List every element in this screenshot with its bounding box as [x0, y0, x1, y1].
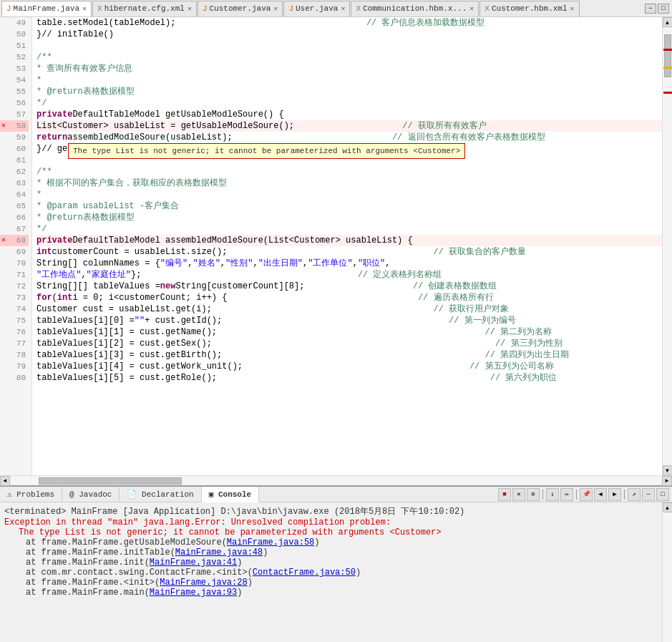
prev-button[interactable]: ◀: [594, 488, 607, 501]
stack-link-4[interactable]: ContactFrame.java:50: [253, 568, 356, 578]
close-icon[interactable]: ✕: [273, 4, 278, 13]
java-icon: J: [203, 4, 208, 13]
h-scroll-track[interactable]: [10, 476, 662, 485]
gutter-68: ✕ 68: [0, 235, 29, 246]
h-scroll-right-button[interactable]: ►: [662, 476, 672, 486]
tab-label: Communication.hbm.x...: [363, 4, 467, 13]
tab-mainframe[interactable]: J MainFrame.java ✕: [1, 1, 92, 16]
gutter-59: 59: [0, 132, 29, 143]
code-line-80: tableValues[i][5] = cust.getRole(); // 第…: [36, 372, 662, 384]
remove-button[interactable]: ✕: [512, 488, 525, 501]
code-line-79: tableValues[i][4] = cust.getWork_unit();…: [36, 361, 662, 372]
tab-label: MainFrame.java: [14, 4, 79, 13]
gutter-63: 63: [0, 177, 29, 189]
pin-button[interactable]: 📌: [580, 488, 593, 501]
console-toolbar: ■ ✕ ⊘ ⇓ ⇔ 📌 ◀ ▶ ↗ − □: [495, 488, 672, 501]
h-scroll-thumb[interactable]: [39, 477, 182, 485]
tab-label: User.java: [296, 4, 338, 13]
h-scroll-left-button[interactable]: ◄: [0, 476, 10, 486]
code-line-55: * @return表格数据模型: [36, 86, 662, 97]
gutter-77: 77: [0, 338, 29, 349]
java-icon: J: [288, 4, 293, 13]
next-button[interactable]: ▶: [608, 488, 621, 501]
tab-javadoc[interactable]: @ Javadoc: [62, 487, 120, 502]
code-line-54: *: [36, 74, 662, 86]
tab-user[interactable]: J User.java ✕: [283, 1, 350, 16]
word-wrap-button[interactable]: ⇔: [560, 488, 573, 501]
line-numbers: 49 50 51 52 53 54 55 56 57 ✕ 58 59 60 61…: [0, 17, 32, 475]
gutter-56: 56: [0, 97, 29, 109]
stack-link-6[interactable]: MainFrame.java:93: [150, 588, 237, 598]
tab-javadoc-label: Javadoc: [79, 490, 112, 499]
gutter-78: 78: [0, 349, 29, 361]
console-scroll-up[interactable]: ▲: [663, 502, 673, 512]
code-line-74: Customer cust = usableList.get(i); // 获取…: [36, 303, 662, 315]
open-button[interactable]: ↗: [628, 488, 641, 501]
stack-link-3[interactable]: MainFrame.java:41: [150, 558, 237, 568]
maximize-button[interactable]: □: [658, 4, 669, 14]
xml-icon: X: [356, 4, 361, 13]
stack-line-2: at frame.MainFrame.initTable(MainFrame.j…: [4, 548, 658, 558]
javadoc-icon: @: [69, 490, 79, 499]
separator: [624, 490, 625, 500]
close-icon[interactable]: ✕: [188, 4, 192, 13]
scroll-down-button[interactable]: ▼: [663, 465, 673, 475]
code-line-71: "工作地点", "家庭住址" }; // 定义表格列名称组: [36, 269, 662, 281]
code-line-62: /**: [36, 166, 662, 177]
gutter-53: 53: [0, 63, 29, 74]
code-line-78: tableValues[i][3] = cust.getBirth(); // …: [36, 349, 662, 361]
code-line-52: /**: [36, 52, 662, 63]
gutter-54: 54: [0, 74, 29, 86]
console-vertical-scrollbar[interactable]: ▲ ▼: [662, 502, 672, 642]
error-icon-58: ✕: [1, 120, 6, 132]
gutter-72: 72: [0, 281, 29, 292]
maximize-panel-button[interactable]: □: [656, 488, 669, 501]
stack-line-5: at frame.MainFrame.<init>(MainFrame.java…: [4, 578, 658, 588]
tab-hibernate[interactable]: X hibernate.cfg.xml ✕: [92, 1, 197, 16]
tab-console-label: Console: [218, 490, 251, 499]
gutter-50: 50: [0, 29, 29, 40]
close-icon[interactable]: ✕: [82, 4, 87, 13]
scroll-track[interactable]: [663, 27, 672, 465]
code-area[interactable]: The type List is not generic; it cannot …: [32, 17, 662, 475]
horizontal-scrollbar[interactable]: ◄ ►: [0, 475, 672, 485]
tab-label: hibernate.cfg.xml: [104, 4, 185, 13]
console-scroll-track[interactable]: [663, 512, 672, 642]
tab-customer[interactable]: J Customer.java ✕: [198, 1, 283, 16]
scroll-up-button[interactable]: ▲: [663, 17, 673, 27]
code-line-68: private DefaultTableModel assembledModle…: [36, 235, 662, 246]
clear-button[interactable]: ⊘: [527, 488, 540, 501]
gutter-71: 71: [0, 269, 29, 281]
code-line-56: */: [36, 97, 662, 109]
tab-problems[interactable]: ⚠ Problems: [0, 487, 62, 502]
code-line-59: return assembledModleSoure(usableList); …: [36, 132, 662, 143]
tab-console[interactable]: ▣ Console: [202, 487, 259, 502]
error-title-text: Exception in thread "main" java.lang.Err…: [4, 517, 391, 527]
stack-link-1[interactable]: MainFrame.java:58: [227, 538, 314, 548]
stack-line-3: at frame.MainFrame.init(MainFrame.java:4…: [4, 558, 658, 568]
vertical-scrollbar[interactable]: ▲ ▼: [662, 17, 672, 475]
gutter-64: 64: [0, 189, 29, 200]
code-line-57: private DefaultTableModel getUsableModle…: [36, 109, 662, 120]
minimize-button[interactable]: −: [645, 4, 656, 14]
xml-icon: X: [97, 4, 102, 13]
gutter-55: 55: [0, 86, 29, 97]
close-icon[interactable]: ✕: [570, 4, 575, 13]
close-icon[interactable]: ✕: [341, 4, 345, 13]
stack-link-2[interactable]: MainFrame.java:48: [175, 548, 263, 558]
xml-icon: X: [484, 4, 490, 13]
window-controls: − □: [645, 4, 672, 14]
code-line-66: * @return表格数据模型: [36, 212, 662, 223]
minimize-panel-button[interactable]: −: [642, 488, 655, 501]
scroll-thumb[interactable]: [664, 34, 671, 77]
tab-communication[interactable]: X Communication.hbm.x... ✕: [351, 1, 479, 16]
tab-declaration[interactable]: 📄 Declaration: [120, 487, 201, 502]
console-error-title: Exception in thread "main" java.lang.Err…: [4, 517, 658, 527]
stack-link-5[interactable]: MainFrame.java:28: [160, 578, 247, 588]
editor-container: 49 50 51 52 53 54 55 56 57 ✕ 58 59 60 61…: [0, 17, 672, 475]
gutter-67: 67: [0, 223, 29, 235]
terminate-button[interactable]: ■: [498, 488, 511, 501]
scroll-lock-button[interactable]: ⇓: [546, 488, 559, 501]
tab-customer-hbm[interactable]: X Customer.hbm.xml ✕: [479, 1, 579, 16]
close-icon[interactable]: ✕: [469, 4, 474, 13]
